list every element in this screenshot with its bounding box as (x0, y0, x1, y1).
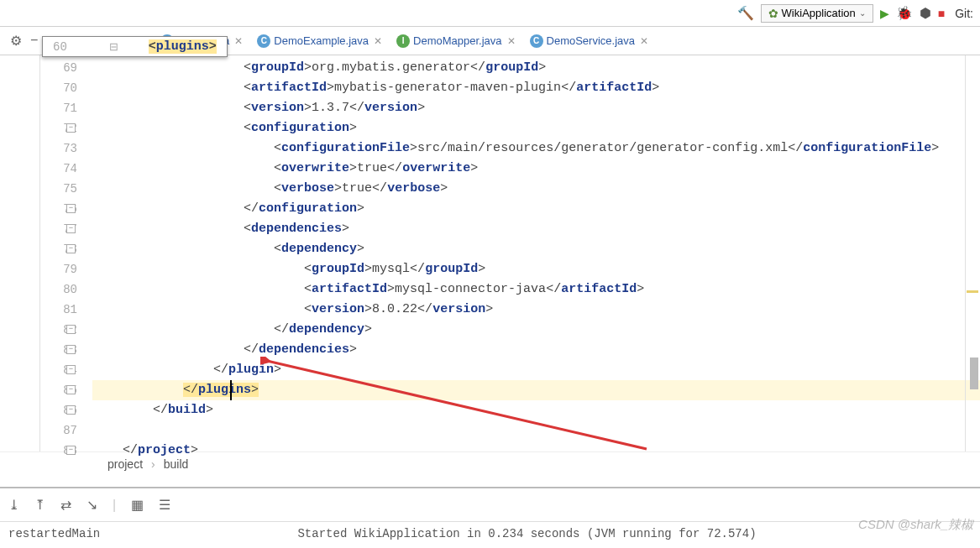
file-type-icon: I (396, 34, 410, 48)
line-number: 76− (40, 199, 77, 219)
debug-icon[interactable]: 🐞 (896, 5, 913, 21)
popup-line-number: 60 (53, 40, 67, 54)
code-line: <version>1.3.7</version> (92, 98, 980, 118)
fold-icon[interactable]: − (66, 204, 76, 213)
coverage-icon[interactable]: ⬢ (920, 5, 931, 21)
line-number: 83− (40, 340, 77, 360)
run-icon[interactable]: ▶ (880, 7, 889, 20)
line-number: 81 (40, 300, 77, 320)
code-line: </dependency> (92, 320, 980, 340)
close-icon[interactable]: ✕ (507, 35, 516, 47)
fold-icon[interactable]: − (66, 405, 76, 415)
line-number: 74 (40, 159, 77, 179)
file-type-icon: C (530, 34, 543, 48)
line-number: 86− (40, 400, 77, 420)
line-number: 80 (40, 279, 77, 300)
line-number: 87 (40, 420, 77, 441)
code-line: <dependency> (92, 239, 980, 259)
editor-tab[interactable]: CDemoExample.java✕ (250, 29, 390, 53)
code-line: <configurationFile>src/main/resources/ge… (92, 138, 980, 159)
line-number: 73 (40, 138, 77, 159)
editor-settings-icons: ⚙ − (3, 33, 45, 49)
run-config-dropdown[interactable]: ✿ WikiApplication ⌄ (761, 4, 873, 23)
console-output: restartedMain Started WikiApplication in… (0, 522, 980, 545)
fold-icon[interactable]: − (66, 365, 76, 374)
scroll-up-icon[interactable]: ⤒ (34, 497, 45, 513)
line-number: 79 (40, 259, 77, 279)
tab-label: DemoService.java (547, 34, 636, 47)
editor-area: 69707172−73747576−77−78−79808182−83−84−8… (0, 55, 980, 451)
line-number: 69 (40, 58, 77, 78)
fold-icon[interactable]: − (66, 325, 76, 334)
bottom-panel: ⤓ ⤒ ⇄ ↘ | ▦ ☰ restartedMain Started Wiki… (0, 487, 980, 545)
code-line: </plugins> (92, 380, 980, 400)
fold-marker-icon[interactable]: ⊟ (109, 40, 118, 53)
code-line (92, 420, 980, 441)
gear-icon[interactable]: ⚙ (10, 33, 22, 49)
fold-icon[interactable]: − (66, 244, 76, 253)
text-cursor (230, 380, 232, 400)
close-icon[interactable]: ✕ (374, 35, 382, 47)
code-line: </plugin> (92, 360, 980, 380)
soft-wrap-icon[interactable]: ↘ (86, 497, 97, 513)
code-line: <artifactId>mybatis-generator-maven-plug… (92, 78, 980, 98)
tab-label: DemoMapper.java (413, 34, 502, 47)
fold-icon[interactable]: − (66, 345, 76, 354)
right-ruler (965, 55, 980, 451)
line-number: 75 (40, 179, 77, 199)
wrap-icon[interactable]: ⇄ (60, 497, 71, 513)
editor-tab[interactable]: CDemoService.java✕ (523, 29, 657, 53)
line-number: 77− (40, 219, 77, 239)
line-number: 78− (40, 239, 77, 259)
chevron-down-icon: ⌄ (859, 8, 866, 18)
line-gutter: 69707172−73747576−77−78−79808182−83−84−8… (40, 55, 92, 451)
line-number: 88− (40, 441, 77, 461)
fold-icon[interactable]: − (66, 446, 76, 455)
code-line: <groupId>org.mybatis.generator</groupId> (92, 58, 980, 78)
console-toolbar: ⤓ ⤒ ⇄ ↘ | ▦ ☰ (0, 488, 980, 522)
git-label: Git: (955, 7, 973, 20)
code-line: <verbose>true</verbose> (92, 179, 980, 199)
code-line: </project> (92, 441, 980, 461)
stop-icon[interactable]: ■ (938, 7, 945, 20)
code-line: </dependencies> (92, 340, 980, 360)
build-icon[interactable]: 🔨 (737, 5, 754, 21)
main-toolbar: 🔨 ✿ WikiApplication ⌄ ▶ 🐞 ⬢ ■ Git: (0, 0, 980, 27)
code-line: <configuration> (92, 118, 980, 138)
fold-icon[interactable]: − (66, 123, 76, 133)
run-config-label: WikiApplication (782, 7, 856, 19)
line-number: 70 (40, 78, 77, 98)
watermark: CSDN @shark_辣椒 (858, 517, 973, 533)
filter-icon[interactable]: ☰ (159, 497, 170, 513)
code-line: <version>8.0.22</version> (92, 300, 980, 320)
code-line: </build> (92, 400, 980, 420)
left-margin (0, 55, 40, 451)
code-line: <dependencies> (92, 219, 980, 239)
popup-tag: <plugins> (149, 39, 217, 54)
file-type-icon: C (257, 34, 270, 48)
editor-tab[interactable]: IDemoMapper.java✕ (390, 29, 523, 53)
line-number: 71 (40, 98, 77, 118)
code-content[interactable]: <groupId>org.mybatis.generator</groupId>… (92, 55, 980, 451)
code-line: <overwrite>true</overwrite> (92, 159, 980, 179)
line-number: 85− (40, 380, 77, 400)
collapse-icon[interactable]: − (30, 33, 38, 49)
line-number: 72− (40, 118, 77, 138)
print-icon[interactable]: ▦ (131, 497, 144, 513)
code-line: </configuration> (92, 199, 980, 219)
line-number: 82− (40, 320, 77, 340)
fold-icon[interactable]: − (66, 385, 76, 394)
line-number: 84− (40, 360, 77, 380)
spring-icon: ✿ (768, 7, 778, 20)
close-icon[interactable]: ✕ (234, 35, 243, 47)
code-line: <artifactId>mysql-connector-java</artifa… (92, 279, 980, 300)
breadcrumb-popup: 60 ⊟ <plugins> (42, 36, 228, 57)
tab-label: DemoExample.java (274, 34, 369, 47)
close-icon[interactable]: ✕ (640, 35, 648, 47)
scroll-down-icon[interactable]: ⤓ (8, 497, 19, 513)
code-line: <groupId>mysql</groupId> (92, 259, 980, 279)
fold-icon[interactable]: − (66, 224, 76, 233)
